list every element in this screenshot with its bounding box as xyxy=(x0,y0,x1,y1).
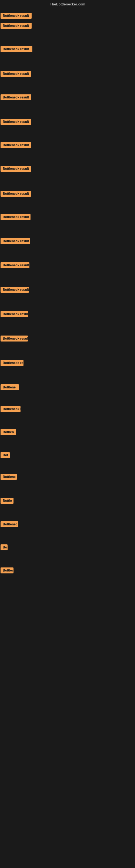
bottleneck-result-row: Bottle xyxy=(1,498,13,505)
bottleneck-result-row: Bo xyxy=(1,545,8,552)
bottleneck-result-row: Bottleneck result xyxy=(1,23,32,30)
bottleneck-label[interactable]: Bottler xyxy=(1,567,13,574)
bottleneck-result-row: Bottleneck r xyxy=(1,406,20,413)
bottleneck-result-row: Bottleneck result xyxy=(1,287,29,294)
bottleneck-label[interactable]: Bottleneck r xyxy=(1,406,20,412)
bottleneck-result-row: Bottleneck result xyxy=(1,13,32,20)
bottleneck-label[interactable]: Bottleneck result xyxy=(1,262,30,268)
bottleneck-result-row: Bottlen xyxy=(1,429,16,436)
bottleneck-result-row: Bottleneck re xyxy=(1,360,24,367)
bottleneck-label[interactable]: Bottleneck result xyxy=(1,214,31,220)
bottleneck-result-row: Bottler xyxy=(1,567,13,575)
bottleneck-result-row: Bottlene xyxy=(1,474,17,481)
bottleneck-result-row: Bottleneck result xyxy=(1,142,31,149)
bottleneck-result-row: Bottlenec xyxy=(1,521,18,528)
bottleneck-label[interactable]: Bottleneck result xyxy=(1,166,31,172)
bottleneck-result-row: Bottleneck result xyxy=(1,238,30,245)
bottleneck-label[interactable]: Bottlene xyxy=(1,474,17,480)
bottleneck-label[interactable]: Bo xyxy=(1,545,8,550)
bottleneck-result-row: Bottlene xyxy=(1,384,19,392)
bottleneck-result-row: Bot xyxy=(1,452,10,459)
bottleneck-label[interactable]: Bottleneck result xyxy=(1,191,31,197)
results-container: Bottleneck resultBottleneck resultBottle… xyxy=(0,7,135,868)
bottleneck-label[interactable]: Bottleneck result xyxy=(1,311,28,317)
bottleneck-result-row: Bottleneck result xyxy=(1,214,31,221)
site-title: TheBottlenecker.com xyxy=(50,2,85,6)
bottleneck-result-row: Bottleneck result xyxy=(1,336,28,343)
bottleneck-label[interactable]: Bottleneck result xyxy=(1,23,32,29)
bottleneck-label[interactable]: Bottlenec xyxy=(1,521,18,527)
bottleneck-result-row: Bottleneck result xyxy=(1,262,30,269)
bottleneck-label[interactable]: Bottleneck re xyxy=(1,360,24,366)
bottleneck-result-row: Bottleneck result xyxy=(1,191,31,198)
bottleneck-label[interactable]: Bottlen xyxy=(1,429,16,435)
bottleneck-label[interactable]: Bot xyxy=(1,452,10,458)
bottleneck-label[interactable]: Bottleneck result xyxy=(1,13,32,19)
site-header: TheBottlenecker.com xyxy=(0,0,135,7)
bottleneck-result-row: Bottleneck result xyxy=(1,94,31,101)
bottleneck-result-row: Bottleneck result xyxy=(1,71,31,78)
bottleneck-label[interactable]: Bottleneck result xyxy=(1,142,31,148)
bottleneck-label[interactable]: Bottleneck result xyxy=(1,336,28,341)
bottleneck-result-row: Bottleneck result xyxy=(1,311,28,318)
bottleneck-result-row: Bottleneck result xyxy=(1,46,32,53)
bottleneck-label[interactable]: Bottleneck result xyxy=(1,238,30,244)
bottleneck-label[interactable]: Bottleneck result xyxy=(1,119,31,125)
bottleneck-label[interactable]: Bottleneck result xyxy=(1,94,31,100)
bottleneck-result-row: Bottleneck result xyxy=(1,166,31,173)
bottleneck-label[interactable]: Bottleneck result xyxy=(1,46,32,52)
bottleneck-label[interactable]: Bottleneck result xyxy=(1,287,29,293)
bottleneck-label[interactable]: Bottleneck result xyxy=(1,71,31,77)
bottleneck-result-row: Bottleneck result xyxy=(1,119,31,126)
bottleneck-label[interactable]: Bottle xyxy=(1,498,13,504)
bottleneck-label[interactable]: Bottlene xyxy=(1,384,19,390)
page-wrapper: TheBottlenecker.com Bottleneck resultBot… xyxy=(0,0,135,868)
